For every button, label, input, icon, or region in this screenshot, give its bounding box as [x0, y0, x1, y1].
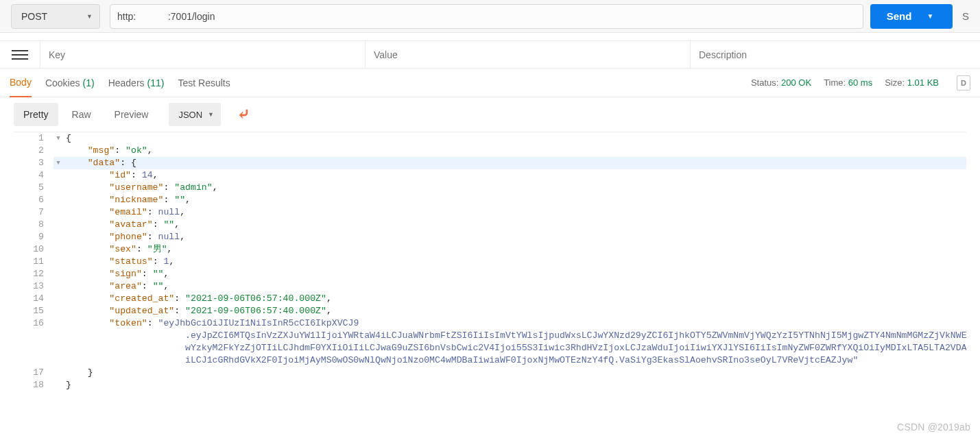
- tab-cookies[interactable]: Cookies (1): [45, 69, 95, 97]
- line-number: 3: [14, 157, 53, 169]
- save-response-icon[interactable]: [957, 75, 970, 90]
- line-number: 2: [14, 145, 53, 157]
- request-bar: POST ▼ Send ▼ S: [0, 0, 980, 33]
- tab-tests-label: Test Results: [178, 77, 230, 88]
- meta-status-value: 200 OK: [781, 77, 811, 88]
- json-key: "sign": [109, 269, 141, 279]
- tab-body-label: Body: [10, 77, 32, 88]
- line-number: 12: [14, 268, 53, 280]
- param-value-cell: [365, 41, 690, 68]
- meta-size-value: 1.01 KB: [907, 77, 939, 88]
- json-key: "token": [109, 318, 147, 328]
- send-button[interactable]: Send ▼: [870, 4, 953, 29]
- json-value: null: [158, 232, 180, 242]
- line-number: 4: [14, 169, 53, 182]
- json-key: "id": [109, 170, 131, 180]
- http-method-label: POST: [21, 11, 47, 22]
- line-number: 14: [14, 293, 53, 305]
- json-value: "": [153, 269, 164, 279]
- param-key-cell: [40, 41, 365, 68]
- send-button-label: Send: [887, 10, 912, 22]
- code-inner[interactable]: 1▾{ 2 "msg": "ok", 3▾ "data": { 4 "id": …: [14, 132, 966, 391]
- json-key: "avatar": [109, 219, 152, 230]
- json-value: 14: [142, 170, 153, 180]
- view-pretty[interactable]: Pretty: [14, 103, 58, 126]
- json-value: "": [153, 281, 164, 291]
- syntax-select[interactable]: JSON ▼: [169, 103, 221, 126]
- wrap-lines-icon[interactable]: ⤶: [237, 107, 250, 122]
- response-meta: Status: 200 OK Time: 60 ms Size: 1.01 KB: [751, 75, 970, 90]
- save-button-hint[interactable]: S: [959, 4, 972, 29]
- view-raw[interactable]: Raw: [62, 103, 101, 126]
- tab-headers[interactable]: Headers (11): [108, 69, 165, 97]
- fold-icon[interactable]: ▾: [53, 132, 63, 145]
- chevron-down-icon: ▼: [208, 111, 214, 118]
- line-number: 7: [14, 206, 53, 219]
- json-key: "updated_at": [109, 306, 174, 316]
- param-value-input[interactable]: [374, 49, 682, 60]
- json-key: "status": [109, 256, 152, 267]
- response-tabs: Body Cookies (1) Headers (11) Test Resul…: [10, 69, 230, 97]
- param-key-input[interactable]: [49, 49, 357, 60]
- response-body: 1▾{ 2 "msg": "ok", 3▾ "data": { 4 "id": …: [14, 132, 966, 419]
- line-number: 8: [14, 219, 53, 231]
- response-tabstrip: Body Cookies (1) Headers (11) Test Resul…: [0, 69, 980, 97]
- line-number: 9: [14, 231, 53, 243]
- tab-headers-count: (11): [147, 77, 165, 88]
- line-number: 18: [14, 379, 53, 391]
- json-key: "sex": [109, 244, 136, 254]
- line-number: 5: [14, 182, 53, 194]
- tab-body[interactable]: Body: [10, 69, 32, 97]
- params-separator: [0, 33, 980, 41]
- body-view-toolbar: Pretty Raw Preview JSON ▼ ⤶: [0, 97, 980, 132]
- line-number: 16: [14, 317, 53, 330]
- json-value: "": [174, 195, 185, 205]
- param-desc-input[interactable]: [699, 49, 972, 60]
- chevron-down-icon: ▼: [927, 12, 933, 20]
- meta-size: Size: 1.01 KB: [885, 77, 939, 88]
- meta-time-value: 60 ms: [848, 77, 872, 88]
- chevron-down-icon: ▼: [86, 13, 93, 20]
- json-value: "男": [147, 244, 167, 254]
- http-method-select[interactable]: POST ▼: [11, 4, 100, 29]
- line-number: 10: [14, 243, 53, 256]
- line-number: 1: [14, 132, 53, 145]
- meta-time-label: Time:: [824, 77, 846, 88]
- fold-icon[interactable]: ▾: [53, 157, 63, 169]
- json-value: .eyJpZCI6MTQsInVzZXJuYW1lIjoiYWRtaW4iLCJ…: [185, 330, 966, 341]
- json-key: "phone": [109, 232, 147, 242]
- json-key: "email": [109, 207, 147, 217]
- params-drag-handle[interactable]: [0, 41, 40, 68]
- url-input[interactable]: [110, 4, 863, 29]
- syntax-select-label: JSON: [178, 110, 202, 120]
- json-value: "eyJhbGciOiJIUzI1NiIsInR5cCI6IkpXVCJ9: [158, 318, 359, 328]
- tab-cookies-count: (1): [83, 77, 95, 88]
- json-key: "area": [109, 281, 141, 291]
- tab-test-results[interactable]: Test Results: [178, 69, 230, 97]
- line-number: 11: [14, 256, 53, 268]
- watermark: CSDN @2019ab: [897, 422, 970, 433]
- tab-headers-label: Headers: [108, 77, 145, 88]
- json-key: "created_at": [109, 293, 174, 304]
- json-value: iLCJ1cGRhdGVkX2F0IjoiMjAyMS0wOS0wNlQwNjo…: [185, 355, 858, 365]
- line-number: 15: [14, 305, 53, 317]
- json-value: "admin": [174, 182, 212, 193]
- hamburger-icon: [12, 54, 28, 56]
- meta-size-label: Size:: [885, 77, 905, 88]
- params-header-row: [0, 41, 980, 69]
- view-preview[interactable]: Preview: [105, 103, 158, 126]
- json-brace: }: [66, 380, 71, 390]
- line-number: 6: [14, 194, 53, 206]
- param-desc-cell: [690, 41, 980, 68]
- tab-cookies-label: Cookies: [45, 77, 80, 88]
- meta-time: Time: 60 ms: [824, 77, 872, 88]
- line-number: 17: [14, 367, 53, 379]
- json-value: "2021-09-06T06:57:40.000Z": [185, 306, 326, 316]
- json-value: "2021-09-06T06:57:40.000Z": [185, 293, 326, 304]
- json-brace: }: [88, 367, 93, 378]
- json-value: "ok": [126, 145, 147, 156]
- json-value: wYzkyM2FkYzZjOTIiLCJhdmF0YXIiOiIiLCJwaG9…: [185, 343, 966, 353]
- meta-status: Status: 200 OK: [751, 77, 811, 88]
- url-wrapper: [110, 4, 863, 29]
- json-key: "nickname": [109, 195, 163, 205]
